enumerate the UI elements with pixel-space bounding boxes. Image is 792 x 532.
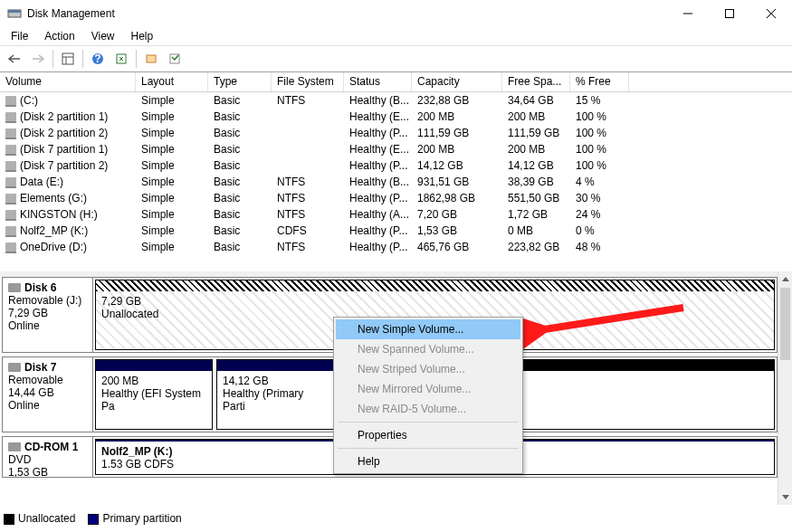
view-toggle-icon[interactable] (57, 48, 79, 70)
volume-name: (C:) (20, 94, 38, 107)
scroll-down-icon[interactable] (778, 489, 792, 505)
cdrom-icon (8, 442, 21, 451)
volume-icon (5, 112, 16, 121)
disk-name: CD-ROM 1 (24, 441, 78, 453)
partition-header (96, 280, 774, 291)
menu-new-mirrored-volume: New Mirrored Volume... (336, 379, 520, 399)
volume-name: KINGSTON (H:) (20, 208, 98, 221)
svg-rect-1 (8, 10, 21, 13)
menu-new-striped-volume: New Striped Volume... (336, 359, 520, 379)
volume-icon (5, 226, 16, 235)
volume-icon (5, 128, 16, 138)
context-menu: New Simple Volume... New Spanned Volume.… (333, 317, 523, 474)
disk-size: 7,29 GB (8, 307, 87, 319)
volume-name: OneDrive (D:) (20, 241, 87, 253)
col-pctfree[interactable]: % Free (570, 72, 629, 91)
volume-list[interactable]: (C:)SimpleBasicNTFSHealthy (B...232,88 G… (0, 92, 792, 255)
volume-name: (Disk 2 partition 2) (20, 127, 108, 139)
volume-name: (Disk 7 partition 2) (20, 159, 108, 172)
volume-icon (5, 177, 16, 186)
toolbar: ? (0, 45, 792, 72)
volume-row[interactable]: (Disk 2 partition 1)SimpleBasicHealthy (… (0, 109, 792, 125)
volume-name: Data (E:) (20, 176, 63, 188)
disk-name: Disk 7 (24, 361, 56, 374)
volume-row[interactable]: (Disk 7 partition 2)SimpleBasicHealthy (… (0, 157, 792, 174)
svg-rect-3 (726, 10, 734, 18)
volume-icon (5, 194, 16, 203)
menu-properties[interactable]: Properties (336, 425, 520, 445)
volume-row[interactable]: Elements (G:)SimpleBasicNTFSHealthy (P..… (0, 190, 792, 206)
volume-name: (Disk 7 partition 1) (20, 143, 108, 156)
col-capacity[interactable]: Capacity (412, 72, 502, 91)
volume-icon (5, 145, 16, 154)
col-type[interactable]: Type (208, 72, 272, 91)
legend-swatch-primary (88, 514, 99, 525)
volume-row[interactable]: Data (E:)SimpleBasicNTFSHealthy (B...931… (0, 174, 792, 190)
menu-help[interactable]: Help (124, 28, 161, 44)
disk-state: Online (8, 399, 87, 412)
svg-rect-6 (62, 53, 73, 64)
volume-row[interactable]: (Disk 2 partition 2)SimpleBasicHealthy (… (0, 125, 792, 141)
volume-icon (5, 210, 16, 219)
volume-icon (5, 161, 16, 170)
volume-list-header: Volume Layout Type File System Status Ca… (0, 72, 792, 92)
volume-name: Elements (G:) (20, 192, 87, 204)
volume-name: Nolf2_MP (K:) (20, 224, 88, 237)
back-button[interactable] (4, 48, 25, 70)
list-icon[interactable] (164, 48, 186, 70)
menubar: File Action View Help (0, 27, 792, 45)
forward-button[interactable] (27, 48, 49, 70)
col-filesystem[interactable]: File System (272, 72, 344, 91)
svg-line-14 (539, 308, 683, 330)
disk-kind: Removable (J:) (8, 294, 87, 307)
settings-icon[interactable] (140, 48, 162, 70)
annotation-arrow (520, 299, 701, 353)
volume-row[interactable]: KINGSTON (H:)SimpleBasicNTFSHealthy (A..… (0, 206, 792, 223)
svg-rect-12 (147, 55, 156, 62)
app-icon (7, 6, 22, 21)
partition-efi[interactable]: 200 MB Healthy (EFI System Pa (95, 359, 213, 430)
volume-row[interactable]: (Disk 7 partition 1)SimpleBasicHealthy (… (0, 141, 792, 157)
col-status[interactable]: Status (344, 72, 412, 91)
menu-view[interactable]: View (84, 28, 122, 44)
volume-name: (Disk 2 partition 1) (20, 110, 108, 123)
menu-new-simple-volume[interactable]: New Simple Volume... (336, 319, 520, 339)
disk-info: Disk 6 Removable (J:) 7,29 GB Online (3, 278, 93, 352)
help-icon[interactable]: ? (87, 48, 109, 70)
scroll-thumb[interactable] (780, 288, 790, 360)
close-button[interactable] (750, 0, 792, 27)
menu-help[interactable]: Help (336, 451, 520, 471)
disk-info: Disk 7 Removable 14,44 GB Online (3, 357, 93, 432)
col-volume[interactable]: Volume (0, 72, 136, 91)
refresh-icon[interactable] (110, 48, 132, 70)
window-title: Disk Management (27, 7, 667, 20)
vertical-scrollbar[interactable] (778, 271, 792, 505)
col-layout[interactable]: Layout (136, 72, 208, 91)
disk-size: 14,44 GB (8, 386, 87, 399)
volume-row[interactable]: (C:)SimpleBasicNTFSHealthy (B...232,88 G… (0, 92, 792, 109)
minimize-button[interactable] (667, 0, 709, 27)
menu-file[interactable]: File (4, 28, 35, 44)
menu-new-spanned-volume: New Spanned Volume... (336, 339, 520, 359)
disk-icon (8, 283, 21, 292)
partition-header (217, 360, 333, 371)
disk-kind: Removable (8, 374, 87, 386)
volume-icon (5, 242, 16, 252)
partition-header (96, 360, 212, 371)
disk-name: Disk 6 (24, 281, 56, 294)
menu-action[interactable]: Action (37, 28, 81, 44)
disk-state: Online (8, 319, 87, 332)
col-freespace[interactable]: Free Spa... (502, 72, 570, 91)
menu-new-raid5-volume: New RAID-5 Volume... (336, 399, 520, 419)
svg-text:?: ? (94, 52, 100, 65)
partition-primary[interactable]: 14,12 GB Healthy (Primary Parti (216, 359, 334, 430)
maximize-button[interactable] (709, 0, 750, 27)
disk-icon (8, 363, 21, 372)
volume-row[interactable]: OneDrive (D:)SimpleBasicNTFSHealthy (P..… (0, 239, 792, 255)
scroll-up-icon[interactable] (778, 271, 792, 287)
volume-row[interactable]: Nolf2_MP (K:)SimpleBasicCDFSHealthy (P..… (0, 223, 792, 239)
disk-info: CD-ROM 1 DVD 1,53 GB (3, 437, 93, 477)
volume-icon (5, 96, 16, 105)
legend-swatch-unallocated (4, 514, 14, 525)
titlebar: Disk Management (0, 0, 792, 27)
